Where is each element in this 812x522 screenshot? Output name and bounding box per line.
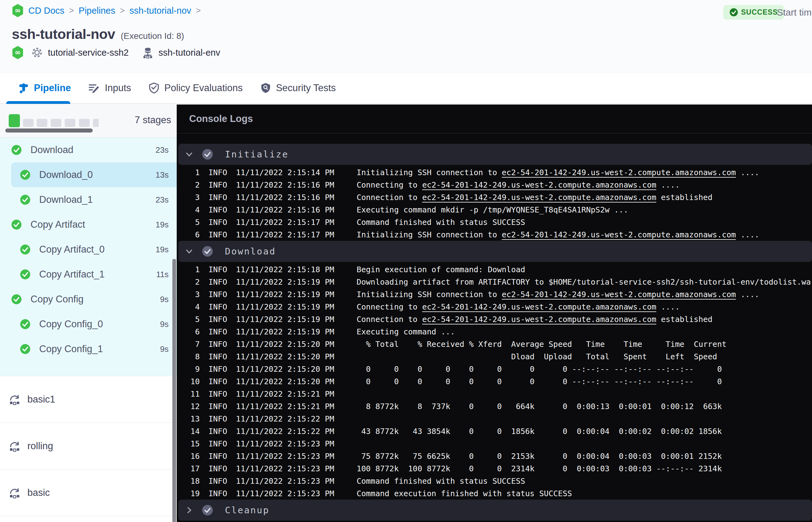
start-time-label: Start time: [777, 7, 812, 18]
stage-row[interactable]: Copy Artifact_0 19s: [0, 237, 177, 262]
log-host-link[interactable]: ec2-54-201-142-249.us-west-2.compute.ama…: [422, 180, 656, 189]
stage-name: Copy Artifact: [31, 219, 85, 230]
log-timestamp: 11/11/2022 2:15:18 PM: [236, 265, 335, 274]
tab-inputs[interactable]: Inputs: [88, 82, 131, 94]
log-timestamp: 11/11/2022 2:15:23 PM: [236, 439, 335, 448]
service-name[interactable]: tutorial-service-ssh2: [48, 47, 128, 58]
log-line: 3 INFO 11/11/2022 2:15:19 PM Initializin…: [177, 288, 812, 301]
log-line-number: 2: [177, 278, 200, 286]
sidebar-scrollbar[interactable]: [172, 259, 176, 522]
environment-name[interactable]: ssh-tutorial-env: [158, 47, 220, 58]
tab-policy-evaluations[interactable]: Policy Evaluations: [148, 82, 243, 94]
pipeline-row[interactable]: canary2: [0, 516, 177, 522]
stage-row[interactable]: Copy Config_1 9s: [0, 337, 177, 361]
log-line: 18 INFO 11/11/2022 2:15:23 PM Command fi…: [177, 475, 812, 487]
log-line-number: 2: [177, 180, 200, 189]
log-message: Connection to ec2-54-201-142-249.us-west…: [357, 315, 712, 324]
breadcrumb-link-pipelines[interactable]: Pipelines: [79, 6, 116, 16]
minimap-stage: [23, 119, 34, 127]
tab-policy-evaluations-label: Policy Evaluations: [164, 82, 243, 94]
minimap-stage: [51, 119, 61, 127]
stage-row[interactable]: Copy Artifact 19s: [0, 212, 177, 237]
log-line-number: 9: [177, 365, 200, 374]
pipeline-list: basic1 rolling: [0, 376, 177, 522]
content-area: 7 stages Download 23s: [0, 104, 812, 522]
breadcrumb-link-cd-docs[interactable]: CD Docs: [28, 6, 64, 16]
minimap-scrollbar[interactable]: [5, 128, 93, 133]
log-level: INFO: [208, 193, 227, 202]
log-level: INFO: [208, 452, 227, 461]
log-timestamp: 11/11/2022 2:15:19 PM: [236, 302, 335, 312]
minimap-stage: [93, 119, 99, 127]
inputs-icon: [88, 82, 100, 94]
log-line-number: 14: [177, 427, 200, 436]
breadcrumb-link-pipeline-name[interactable]: ssh-tutorial-nov: [129, 6, 191, 16]
policy-shield-check-icon: [148, 82, 160, 94]
rolling-deploy-icon: [9, 441, 21, 452]
service-environment-row: ∞ tutorial-service-ssh2 ssh-tutorial-env: [12, 46, 220, 59]
log-section-header[interactable]: Initialize: [178, 144, 812, 165]
log-level: INFO: [208, 230, 227, 239]
log-section-header[interactable]: Cleanup: [178, 500, 812, 521]
log-timestamp: 11/11/2022 2:15:22 PM: [236, 414, 335, 423]
log-host-link[interactable]: ec2-54-201-142-249.us-west-2.compute.ama…: [502, 230, 736, 239]
step-success-icon: [202, 149, 213, 160]
tab-pipeline[interactable]: Pipeline: [18, 82, 71, 94]
log-timestamp: 11/11/2022 2:15:20 PM: [236, 352, 335, 361]
log-level: INFO: [208, 489, 227, 498]
stage-row[interactable]: Copy Config 9s: [0, 287, 177, 312]
log-line-number: 13: [177, 414, 200, 423]
stage-duration: 19s: [156, 220, 169, 229]
log-section: Download 1 INFO 11/11/2022 2:15:18 PM Be…: [177, 241, 812, 500]
log-line: 3 INFO 11/11/2022 2:15:16 PM Connection …: [177, 191, 812, 203]
stage-row[interactable]: Download_1 23s: [0, 187, 177, 212]
log-line: 5 INFO 11/11/2022 2:15:17 PM Command fin…: [177, 216, 812, 228]
stage-row[interactable]: Download_0 13s: [0, 162, 177, 187]
log-line-number: 3: [177, 290, 200, 299]
status-badge-label: SUCCESS: [741, 8, 778, 17]
chevron-right-icon[interactable]: [185, 506, 193, 514]
log-host-link[interactable]: ec2-54-201-142-249.us-west-2.compute.ama…: [422, 302, 656, 312]
log-section-name: Initialize: [225, 149, 289, 160]
log-host-link[interactable]: ec2-54-201-142-249.us-west-2.compute.ama…: [502, 168, 736, 177]
log-message: Dload Upload Total Spent Left Speed: [357, 352, 717, 361]
stage-name: Copy Config_0: [39, 319, 103, 330]
pipeline-name: rolling: [27, 441, 53, 452]
tab-inputs-label: Inputs: [105, 82, 131, 94]
tab-security-tests[interactable]: Security Tests: [260, 82, 336, 94]
stage-list: Download 23s Download_0 13s: [0, 138, 177, 376]
title-row: ssh-tutorial-nov (Execution Id: 8): [12, 26, 184, 42]
stage-success-icon: [20, 169, 31, 180]
log-section-header[interactable]: Download: [178, 241, 812, 262]
log-host-link[interactable]: ec2-54-201-142-249.us-west-2.compute.ama…: [422, 315, 656, 324]
pipeline-row[interactable]: rolling: [0, 423, 177, 469]
log-timestamp: 11/11/2022 2:15:17 PM: [236, 230, 335, 239]
chevron-down-icon[interactable]: [185, 150, 193, 158]
breadcrumb-separator: >: [196, 6, 201, 16]
log-host-link[interactable]: ec2-54-201-142-249.us-west-2.compute.ama…: [502, 290, 736, 299]
stage-row[interactable]: Copy Artifact_1 11s: [0, 262, 177, 287]
pipeline-row[interactable]: basic: [0, 469, 177, 516]
log-level: INFO: [208, 278, 227, 286]
stage-row[interactable]: Copy Config_0 9s: [0, 312, 177, 337]
log-message: Initializing SSH connection to ec2-54-20…: [357, 290, 759, 299]
log-level: INFO: [208, 340, 227, 349]
stage-name: Copy Config_1: [39, 343, 103, 355]
log-line: 17 INFO 11/11/2022 2:15:23 PM 100 8772k …: [177, 462, 812, 475]
pipeline-row[interactable]: basic1: [0, 376, 177, 423]
stage-duration: 11s: [156, 270, 169, 279]
chevron-down-icon[interactable]: [185, 247, 193, 255]
log-message: Connection to ec2-54-201-142-249.us-west…: [357, 193, 712, 202]
log-timestamp: 11/11/2022 2:15:19 PM: [236, 290, 335, 299]
log-line: 2 INFO 11/11/2022 2:15:16 PM Connecting …: [177, 179, 812, 191]
log-line: 14 INFO 11/11/2022 2:15:22 PM 43 8772k 4…: [177, 425, 812, 437]
log-level: INFO: [208, 352, 227, 361]
log-line-number: 12: [177, 402, 200, 411]
log-host-link[interactable]: ec2-54-201-142-249.us-west-2.compute.ama…: [422, 193, 656, 202]
log-timestamp: 11/11/2022 2:15:23 PM: [236, 489, 335, 498]
pipeline-execution-page: ∞ CD Docs > Pipelines > ssh-tutorial-nov…: [0, 0, 812, 522]
log-level: INFO: [208, 180, 227, 189]
log-timestamp: 11/11/2022 2:15:21 PM: [236, 389, 335, 399]
log-line: 4 INFO 11/11/2022 2:15:16 PM Executing c…: [177, 203, 812, 216]
stage-row[interactable]: Download 23s: [0, 138, 177, 162]
